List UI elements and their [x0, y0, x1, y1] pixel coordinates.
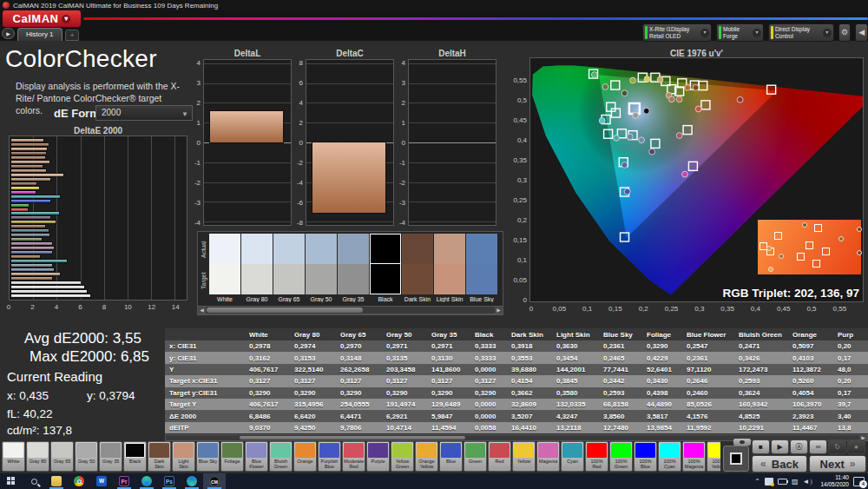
- patch-blue-sky[interactable]: Blue Sky: [196, 441, 220, 472]
- patch-100--red[interactable]: 100% Red: [585, 441, 608, 472]
- measured-point: [621, 162, 628, 169]
- patch-yellow-green[interactable]: Yellow Green: [391, 441, 414, 472]
- volume-icon[interactable]: ◄）: [803, 477, 817, 486]
- file-explorer-button[interactable]: [45, 473, 68, 489]
- calman-taskbar-button[interactable]: CM: [203, 473, 226, 489]
- deltae-bar: [11, 156, 45, 159]
- network-icon[interactable]: ▨: [792, 478, 799, 486]
- loop-button[interactable]: ∞: [809, 439, 827, 454]
- patch-gray-65[interactable]: Gray 65: [50, 441, 74, 472]
- calman-menu-button[interactable]: CalMAN ▾: [3, 10, 81, 27]
- swatch-gray-65[interactable]: Gray 65: [273, 234, 305, 302]
- taskbar-clock[interactable]: 11:40 14/05/2020: [820, 474, 849, 488]
- deltae-bar: [11, 187, 39, 189]
- photoshop-button[interactable]: Ps: [158, 473, 181, 489]
- patch-gray-50[interactable]: Gray 50: [75, 441, 98, 472]
- black-patch-button[interactable]: [723, 446, 749, 472]
- next-button[interactable]: Next »: [809, 455, 866, 472]
- swatch-blue-sky[interactable]: Blue Sky: [466, 234, 497, 302]
- deltal-y-axis: 43210-1-2-3-4: [187, 59, 201, 226]
- de-formula-select[interactable]: 2000 ▼: [95, 105, 193, 121]
- tab-nav-button[interactable]: ▶: [2, 28, 15, 39]
- notification-icon[interactable]: 4: [853, 477, 865, 486]
- patch-100--yellow[interactable]: 100% Yellow: [707, 441, 720, 472]
- edge-button[interactable]: [135, 473, 158, 489]
- patch-purple[interactable]: Purple: [366, 441, 390, 472]
- gridline: [306, 122, 393, 123]
- row-label: Target x:CIE31: [165, 375, 245, 387]
- patch-yellow[interactable]: Yellow: [512, 441, 536, 472]
- patch-blue-flower[interactable]: Blue Flower: [245, 441, 268, 472]
- patch-cyan[interactable]: Cyan: [561, 441, 584, 472]
- stop-button[interactable]: ■: [752, 439, 770, 454]
- pattern-source-button[interactable]: Mobile Forge▾: [716, 23, 764, 42]
- patch-100--green[interactable]: 100% Green: [609, 441, 633, 472]
- patch-dark-skin[interactable]: Dark Skin: [148, 441, 171, 472]
- patch-foliage[interactable]: Foliage: [220, 441, 244, 472]
- table-cell: 6,8486: [245, 410, 290, 421]
- patch-black[interactable]: Black: [123, 441, 147, 472]
- swatch-gray-80[interactable]: Gray 80: [241, 234, 273, 302]
- patch-100--blue[interactable]: 100% Blue: [634, 441, 657, 472]
- pen-display-icon[interactable]: [765, 478, 773, 486]
- table-cell: 6,2921: [382, 410, 427, 421]
- column-header: Gray 65: [336, 328, 382, 340]
- patch-light-skin[interactable]: Light Skin: [172, 441, 195, 472]
- patch-orange[interactable]: Orange: [293, 441, 317, 472]
- scrollbar-thumb[interactable]: [240, 436, 465, 439]
- add-tab-button[interactable]: +: [65, 30, 79, 41]
- patch-green[interactable]: Green: [464, 441, 487, 472]
- back-button[interactable]: « Back: [752, 455, 807, 472]
- table-cell: 0,3162: [245, 352, 290, 363]
- swatch-gray-35[interactable]: Gray 35: [338, 234, 369, 302]
- patch-100--cyan[interactable]: 100% Cyan: [658, 441, 681, 472]
- chrome-button[interactable]: [68, 473, 90, 489]
- meter-button[interactable]: X-Rite i1Display Retail OLED▾: [642, 23, 712, 42]
- camera-button[interactable]: [733, 439, 751, 446]
- tray-chevron-icon[interactable]: ⌃: [754, 478, 760, 486]
- scroll-right-icon[interactable]: ▶: [495, 307, 503, 314]
- autocal-button[interactable]: Ⓐ: [790, 439, 808, 454]
- display-control-button[interactable]: Direct Display Control▾: [768, 23, 834, 42]
- swatch-white[interactable]: White: [209, 234, 240, 302]
- tab-history-1[interactable]: History 1: [17, 28, 62, 41]
- patch-bluish-green[interactable]: Bluish Green: [269, 441, 293, 472]
- scrollbar-thumb[interactable]: [207, 307, 363, 313]
- swatch-dark-skin[interactable]: Dark Skin: [402, 234, 433, 302]
- deltae-bar: [11, 260, 67, 262]
- patch-gray-80[interactable]: Gray 80: [26, 441, 49, 472]
- patch-purplish-blue[interactable]: Purplish Blue: [318, 441, 341, 472]
- search-button[interactable]: [23, 473, 45, 489]
- gridline: [204, 202, 291, 202]
- word-button[interactable]: W: [90, 473, 113, 489]
- patch-white[interactable]: White: [2, 441, 25, 472]
- row-label: x: CIE31: [165, 340, 245, 352]
- x-tick-label: 14: [172, 303, 180, 311]
- column-header: Gray 35: [427, 328, 470, 340]
- premiere-button[interactable]: Pr: [113, 473, 135, 489]
- deltac-chart: [306, 59, 394, 226]
- swatch-gray-50[interactable]: Gray 50: [306, 234, 337, 302]
- edge-beta-button[interactable]: [181, 473, 203, 489]
- patch-moderate-red[interactable]: Moderate Red: [342, 441, 365, 472]
- battery-icon[interactable]: [778, 479, 787, 485]
- patch-100--magenta[interactable]: 100% Magenta: [682, 441, 706, 472]
- patch-magenta[interactable]: Magenta: [536, 441, 560, 472]
- swatch-scrollbar[interactable]: ◀ ▶: [197, 306, 503, 314]
- refresh-button[interactable]: ↻: [828, 439, 846, 454]
- record-button[interactable]: ●: [847, 439, 865, 454]
- start-button[interactable]: [0, 473, 23, 489]
- swatch-black[interactable]: Black: [370, 234, 401, 302]
- speaker-button[interactable]: ◀: [855, 23, 868, 42]
- patch-red[interactable]: Red: [488, 441, 511, 472]
- settings-button[interactable]: ⚙: [838, 23, 852, 42]
- reading-cd: cd/m²: 137,8: [7, 424, 72, 437]
- patch-blue[interactable]: Blue: [439, 441, 463, 472]
- play-button[interactable]: ▶: [771, 439, 789, 454]
- patch-orange-yellow[interactable]: Orange Yellow: [415, 441, 438, 472]
- swatch-light-skin[interactable]: Light Skin: [434, 234, 465, 302]
- deltae-bar: [11, 225, 45, 228]
- patch-gray-35[interactable]: Gray 35: [99, 441, 122, 472]
- scroll-left-icon[interactable]: ◀: [198, 307, 206, 314]
- table-cell: 0,17: [833, 387, 868, 399]
